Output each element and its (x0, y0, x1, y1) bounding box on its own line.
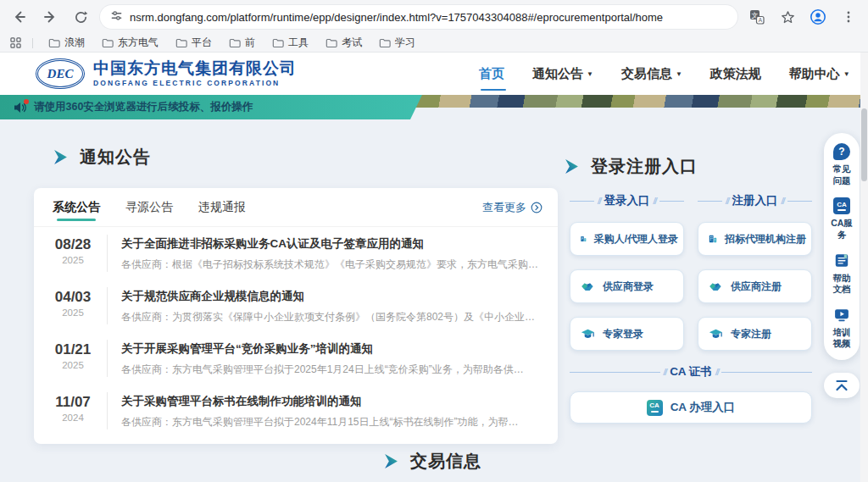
apps-grid-icon[interactable] (7, 35, 24, 52)
building-icon (580, 231, 587, 247)
login-entry-header: // 登录入口 // (570, 193, 684, 208)
arrow-right-icon (564, 158, 580, 175)
ca-entry-button[interactable]: CA CA 办理入口 (570, 391, 812, 424)
tab-sourcing-notices[interactable]: 寻源公告 (125, 190, 173, 225)
browser-window: nsrm.dongfang.com/platform/runtime/epp/d… (0, 0, 868, 482)
register-entry-header: // 注册入口 // (698, 193, 812, 208)
notice-date: 08/28 2025 (49, 235, 97, 265)
arrow-right-icon (53, 149, 69, 165)
forward-icon[interactable] (39, 6, 61, 28)
nav-item-home[interactable]: 首页 (479, 63, 504, 86)
speaker-icon (14, 102, 27, 114)
main-nav: 首页 通知公告 ▼ 交易信息 ▼ 政策法规 帮助中心 ▼ (479, 53, 850, 95)
notice-title[interactable]: 关于规范供应商企业规模信息的通知 (121, 287, 539, 304)
bookmark-folder[interactable]: 前 (222, 34, 262, 52)
folder-icon (272, 37, 284, 49)
nav-item-notices[interactable]: 通知公告 ▼ (532, 63, 593, 86)
back-to-top-button[interactable] (824, 373, 860, 398)
bookmark-star-icon[interactable] (776, 6, 798, 28)
notices-card: 系统公告 寻源公告 违规通报 查看更多 08/28 2025 关于全面推进非招标… (34, 188, 558, 444)
nav-item-help-center[interactable]: 帮助中心 ▼ (789, 63, 850, 86)
translate-icon[interactable]: 文A (746, 6, 768, 28)
folder-icon (48, 37, 60, 49)
supplier-register-button[interactable]: 供应商注册 (698, 269, 812, 303)
company-name-en: DONGFANG ELECTRIC CORPORATION (93, 79, 297, 87)
folder-icon (229, 37, 241, 49)
document-icon (833, 252, 850, 269)
notices-section-heading: 通知公告 (53, 146, 151, 169)
nav-item-policies[interactable]: 政策法规 (710, 63, 761, 86)
url-bar[interactable]: nsrm.dongfang.com/platform/runtime/epp/d… (100, 5, 737, 29)
notice-title[interactable]: 关于采购管理平台标书在线制作功能培训的通知 (121, 392, 539, 409)
bookmark-folder[interactable]: 工具 (265, 34, 315, 52)
notice-summary: 各供应商：东方电气采购管理平台拟于2025年1月24日上线“竞价采购”业务，为帮… (121, 363, 539, 377)
handshake-icon (708, 279, 724, 295)
notice-list-item[interactable]: 04/03 2025 关于规范供应商企业规模信息的通知 各供应商：为贯彻落实《保… (34, 280, 558, 332)
notice-summary: 各供应商：东方电气采购管理平台拟于2024年11月15日上线“标书在线制作”功能… (121, 415, 539, 429)
supplier-login-button[interactable]: 供应商登录 (570, 269, 684, 303)
notice-date: 11/07 2024 (49, 392, 97, 423)
profile-avatar-icon[interactable] (807, 6, 829, 28)
reload-icon[interactable] (70, 6, 92, 28)
graduation-cap-icon (708, 326, 724, 342)
notice-date: 04/03 2025 (49, 287, 97, 318)
nav-item-trade-info[interactable]: 交易信息 ▼ (621, 63, 682, 86)
section-title: 登录注册入口 (591, 155, 698, 178)
page-scrollbar[interactable] (860, 53, 868, 482)
notice-summary: 各供应商：根据《电子招标投标系统技术规范》《电子采购交易规范》要求，东方电气采购… (121, 258, 539, 272)
chevron-down-icon: ▼ (843, 70, 850, 78)
trade-section-heading: 交易信息 (383, 450, 481, 473)
tab-system-notices[interactable]: 系统公告 (53, 190, 100, 225)
notice-title[interactable]: 关于开展采购管理平台“竞价采购业务”培训的通知 (121, 340, 539, 357)
expert-login-button[interactable]: 专家登录 (570, 317, 684, 351)
back-icon[interactable] (8, 6, 31, 28)
bookmark-folder[interactable]: 浪潮 (42, 34, 92, 52)
bookmark-folder[interactable]: 学习 (372, 34, 422, 52)
svg-text:A: A (759, 17, 763, 23)
folder-icon (379, 37, 391, 49)
faq-shortcut[interactable]: ? 常见问题 (824, 143, 860, 186)
buyer-agent-login-button[interactable]: 采购人/代理人登录 (570, 222, 684, 256)
tune-icon[interactable] (110, 9, 123, 25)
training-videos-shortcut[interactable]: 培训视频 (824, 307, 860, 350)
bookmark-folder[interactable]: 东方电气 (95, 34, 165, 52)
alert-dot (24, 99, 29, 104)
url-text[interactable]: nsrm.dongfang.com/platform/runtime/epp/d… (130, 11, 663, 24)
kebab-menu-icon[interactable] (837, 6, 860, 28)
ca-cert-header: // CA 证书 // (570, 364, 812, 380)
company-name-cn: 中国东方电气集团有限公司 (93, 60, 297, 78)
notice-list-item[interactable]: 11/07 2024 关于采购管理平台标书在线制作功能培训的通知 各供应商：东方… (34, 385, 558, 437)
bookmark-folder[interactable]: 考试 (319, 34, 369, 52)
notice-title[interactable]: 关于全面推进非招标采购业务CA认证及电子签章应用的通知 (121, 235, 539, 252)
video-icon (833, 307, 850, 324)
ca-badge-icon: CA (833, 197, 850, 214)
browser-toolbar: nsrm.dongfang.com/platform/runtime/epp/d… (0, 0, 868, 34)
scrollbar-thumb[interactable] (861, 108, 867, 181)
section-title: 交易信息 (410, 450, 481, 473)
chevron-down-icon: ▼ (676, 70, 682, 78)
tab-violation-reports[interactable]: 违规通报 (198, 190, 246, 225)
ca-badge-icon: CA (647, 400, 663, 416)
notice-summary: 各供应商：为贯彻落实《保障中小企业款项支付条例》（国务院令第802号）及《中小企… (121, 310, 539, 324)
view-more-link[interactable]: 查看更多 (482, 200, 542, 215)
floating-sidebar: ? 常见问题 CA CA服务 帮助文档 培训视频 (824, 133, 860, 360)
graduation-cap-icon (580, 326, 596, 342)
bookmark-folder[interactable]: 平台 (169, 34, 219, 52)
arrow-up-to-line-icon (834, 379, 849, 392)
ca-service-shortcut[interactable]: CA CA服务 (824, 197, 860, 241)
notice-banner: 请使用360安全浏览器进行后续投标、报价操作 (0, 95, 422, 119)
chevron-down-icon: ▼ (587, 70, 593, 78)
building-icon (708, 231, 718, 247)
handshake-icon (580, 279, 596, 295)
bookmarks-bar: 浪潮 东方电气 平台 前 工具 考试 学习 (0, 34, 868, 53)
bookmarks-separator (32, 38, 33, 48)
site-header: DEC 中国东方电气集团有限公司 DONGFANG ELECTRIC CORPO… (0, 53, 868, 95)
notice-list-item[interactable]: 08/28 2025 关于全面推进非招标采购业务CA认证及电子签章应用的通知 各… (34, 227, 558, 280)
expert-register-button[interactable]: 专家注册 (698, 317, 812, 351)
bidding-agency-register-button[interactable]: 招标代理机构注册 (698, 222, 812, 256)
login-register-panel: // 登录入口 // // 注册入口 // 采购人/代理人登录 供应商登录 (570, 193, 812, 424)
help-docs-shortcut[interactable]: 帮助文档 (824, 252, 860, 296)
site-logo[interactable]: DEC 中国东方电气集团有限公司 DONGFANG ELECTRIC CORPO… (36, 58, 297, 89)
notice-list-item[interactable]: 01/21 2025 关于开展采购管理平台“竞价采购业务”培训的通知 各供应商：… (34, 332, 558, 385)
circle-chevron-icon (531, 202, 542, 213)
